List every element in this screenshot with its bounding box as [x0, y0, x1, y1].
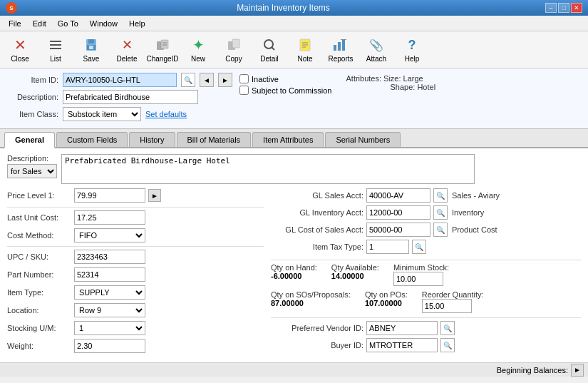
tab-item-attributes[interactable]: Item Attributes — [252, 132, 324, 147]
item-class-label: Item Class: — [7, 110, 58, 118]
attach-icon: 📎 — [368, 36, 385, 53]
note-button[interactable]: Note — [288, 34, 322, 66]
gl-sales-acct-input[interactable] — [366, 188, 430, 203]
gl-sales-acct-search-button[interactable]: 🔍 — [433, 188, 448, 203]
help-button[interactable]: ? Help — [395, 34, 429, 66]
copy-button[interactable]: Copy — [217, 34, 251, 66]
changeid-icon — [154, 36, 171, 53]
left-column: Price Level 1: ► Last Unit Cost: Cost Me… — [7, 188, 264, 357]
menu-window[interactable]: Window — [84, 18, 123, 29]
item-id-prev-button[interactable]: ◄ — [200, 73, 214, 87]
delete-icon: ✕ — [118, 36, 135, 53]
svg-rect-12 — [232, 39, 239, 48]
list-icon — [47, 36, 64, 53]
gl-inventory-acct-search-button[interactable]: 🔍 — [433, 205, 448, 220]
save-icon — [83, 36, 100, 53]
set-defaults-link[interactable]: Set defaults — [145, 110, 187, 118]
buyer-id-input[interactable] — [366, 338, 438, 352]
preferred-vendor-input[interactable] — [366, 321, 438, 335]
gl-sales-acct-label: GL Sales Acct: — [271, 191, 363, 200]
menu-help[interactable]: Help — [123, 18, 151, 29]
close-label: Close — [11, 55, 29, 63]
tab-bill-of-materials[interactable]: Bill of Materials — [177, 132, 252, 147]
description-input[interactable] — [63, 90, 198, 104]
cost-method-select[interactable]: FIFO — [74, 228, 145, 242]
stocking-um-label: Stocking U/M: — [7, 324, 71, 332]
right-column: GL Sales Acct: 🔍 Sales - Aviary GL Inven… — [264, 188, 581, 357]
qty-on-pos-label: Qty on POs: — [365, 290, 408, 299]
attach-button[interactable]: 📎 Attach — [359, 34, 393, 66]
item-id-next-button[interactable]: ► — [218, 73, 232, 87]
tab-custom-fields[interactable]: Custom Fields — [56, 132, 128, 147]
item-type-select[interactable]: SUPPLY — [74, 285, 145, 300]
changeid-button[interactable]: ChangeID — [145, 34, 180, 66]
close-icon: ✕ — [11, 36, 29, 53]
reorder-quantity-input[interactable] — [422, 299, 472, 313]
minimize-button[interactable]: – — [545, 3, 557, 13]
gl-cost-of-sales-input[interactable] — [366, 223, 430, 237]
subject-to-commission-checkbox[interactable] — [239, 86, 249, 95]
menu-file[interactable]: File — [3, 18, 27, 29]
item-class-select[interactable]: Substock item — [63, 107, 141, 121]
svg-rect-6 — [89, 46, 93, 49]
price-level-next-button[interactable]: ► — [148, 189, 161, 202]
description-type-select[interactable]: for Sales — [7, 164, 57, 178]
menu-edit[interactable]: Edit — [27, 18, 52, 29]
part-number-label: Part Number: — [7, 270, 71, 279]
item-tax-type-input[interactable] — [366, 240, 409, 254]
delete-button[interactable]: ✕ Delete — [110, 34, 144, 66]
price-level-input[interactable] — [74, 188, 145, 203]
list-button[interactable]: List — [38, 34, 73, 66]
svg-rect-4 — [88, 39, 94, 44]
buyer-id-search-button[interactable]: 🔍 — [440, 338, 455, 352]
restore-button[interactable]: □ — [558, 3, 569, 13]
detail-label: Detail — [260, 55, 279, 63]
item-id-label: Item ID: — [7, 76, 58, 84]
svg-line-14 — [272, 48, 275, 51]
upc-sku-input[interactable] — [74, 250, 145, 264]
window-close-button[interactable]: ✕ — [571, 3, 582, 13]
new-button[interactable]: ✦ New — [181, 34, 215, 66]
attributes-line2: Shape: Hotel — [391, 83, 436, 91]
part-number-input[interactable] — [74, 267, 145, 282]
minimum-stock-input[interactable] — [393, 272, 443, 286]
window-title: Maintain Inventory Items — [21, 3, 545, 13]
close-button[interactable]: ✕ Close — [3, 34, 37, 66]
description-field-label: Description: — [7, 154, 48, 163]
upc-sku-label: UPC / SKU: — [7, 252, 71, 261]
menu-goto[interactable]: Go To — [52, 18, 84, 29]
tab-serial-numbers[interactable]: Serial Numbers — [325, 132, 401, 147]
gl-inventory-acct-input[interactable] — [366, 205, 430, 220]
preferred-vendor-label: Preferred Vendor ID: — [271, 324, 363, 332]
qty-on-hand-label: Qty on Hand: — [271, 263, 317, 272]
item-tax-type-search-button[interactable]: 🔍 — [412, 240, 426, 254]
note-icon — [296, 36, 314, 53]
weight-input[interactable] — [74, 339, 145, 353]
inactive-checkbox[interactable] — [239, 74, 249, 83]
new-icon: ✦ — [190, 36, 207, 53]
last-unit-cost-input[interactable] — [74, 210, 145, 225]
preferred-vendor-search-button[interactable]: 🔍 — [440, 321, 455, 335]
cost-method-label: Cost Method: — [7, 231, 71, 240]
tab-history[interactable]: History — [129, 132, 175, 147]
save-label: Save — [83, 55, 100, 63]
item-id-search-button[interactable]: 🔍 — [181, 73, 195, 87]
item-id-input[interactable] — [63, 73, 177, 87]
reports-icon — [332, 36, 349, 53]
tab-general[interactable]: General — [4, 132, 55, 148]
save-button[interactable]: Save — [74, 34, 108, 66]
svg-rect-0 — [50, 41, 61, 42]
detail-button[interactable]: Detail — [252, 34, 287, 66]
price-level-label: Price Level 1: — [7, 191, 71, 200]
app-icon: S — [6, 2, 17, 14]
inactive-label: Inactive — [252, 75, 279, 83]
location-select[interactable]: Row 9 — [74, 303, 145, 317]
weight-label: Weight: — [7, 342, 71, 350]
gl-inventory-acct-label: GL Inventory Acct: — [271, 208, 363, 217]
gl-cost-of-sales-search-button[interactable]: 🔍 — [433, 223, 448, 237]
stocking-um-select[interactable]: 1 — [74, 321, 145, 335]
description-textarea[interactable]: Prefabricated Birdhouse-Large Hotel — [61, 154, 475, 184]
reports-button[interactable]: Reports — [324, 34, 358, 66]
beginning-balances-button[interactable]: ► — [571, 364, 584, 377]
gl-inventory-acct-desc: Inventory — [452, 208, 484, 217]
